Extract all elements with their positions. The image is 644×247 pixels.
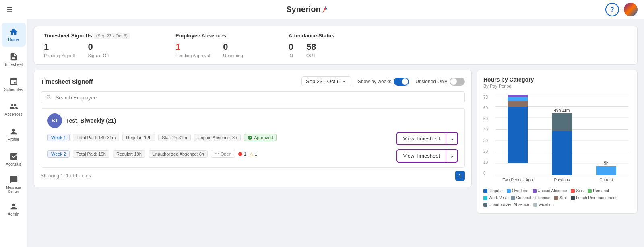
legend-overtime: Overtime (507, 189, 528, 193)
sidebar-item-absences[interactable]: Absences (2, 97, 26, 121)
legend-work-vest: Work Vest (483, 196, 507, 200)
week2-regular: Regular: 19h (113, 150, 145, 158)
employee-absences-metrics: 1 Pending Approval 0 Upcoming (175, 42, 243, 58)
chart-subtitle: By Pay Period (483, 84, 631, 89)
pending-signoff-metric: 1 Pending Signoff (44, 42, 75, 58)
show-by-weeks-label: Show by weeks (358, 79, 391, 84)
legend-dot-commute (511, 196, 515, 200)
absences-icon (9, 102, 18, 111)
show-by-weeks-toggle[interactable] (394, 78, 409, 86)
chart-svg: 66h 33m 49h 31m 9h Two Periods Ago (495, 95, 628, 187)
warning-icon: △ (250, 151, 253, 157)
app-layout: Home Timesheet Schedules Absences Profil… (0, 19, 644, 247)
legend-dot-unpaid (533, 189, 537, 193)
legend-dot-lunch (571, 196, 575, 200)
sidebar-item-admin[interactable]: Admin (2, 197, 26, 221)
bar1-unpaid (508, 95, 528, 97)
toggle-knob (402, 78, 408, 85)
sidebar-label-absences: Absences (5, 112, 23, 117)
out-metric: 58 OUT (306, 42, 316, 58)
svg-text:9h: 9h (604, 161, 608, 165)
search-bar (41, 91, 465, 103)
chart-legend: Regular Overtime Unpaid Absence Sick (483, 189, 631, 207)
timesheet-signoffs-title: Timesheet Signoffs (Sep 23 - Oct 6) (44, 33, 130, 39)
view-timesheet-btn-1[interactable]: View Timesheet (396, 132, 446, 145)
date-range-picker[interactable]: Sep 23 - Oct 6 (301, 76, 351, 86)
home-icon (9, 27, 18, 36)
sidebar-item-profile[interactable]: Profile (2, 122, 26, 146)
top-nav-right: ? (605, 3, 638, 16)
timesheet-signoffs-section: Timesheet Signoffs (Sep 23 - Oct 6) 1 Pe… (44, 33, 130, 58)
legend-lunch-reimbursement: Lunch Reimbursement (571, 196, 617, 200)
employee-header: BT Test, Biweekly (21) (47, 113, 458, 128)
profile-icon (9, 127, 18, 136)
timesheet-signoff-title: Timesheet Signoff (41, 78, 93, 85)
legend-dot-unauthorized (483, 203, 487, 207)
search-icon (46, 94, 52, 101)
app-title-text: Synerion (286, 5, 321, 14)
accruals-icon (9, 152, 18, 161)
hamburger-icon[interactable]: ☰ (6, 5, 13, 14)
chart-panel: Hours by Category By Pay Period 70 60 50… (477, 70, 638, 214)
employee-absences-section: Employee Absences 1 Pending Approval 0 U… (175, 33, 243, 58)
sidebar-label-timesheet: Timesheet (4, 62, 23, 67)
help-button[interactable]: ? (605, 3, 619, 16)
view-timesheet-dropdown-2[interactable]: ⌄ (446, 149, 458, 163)
synerion-logo-icon (322, 6, 332, 13)
svg-text:Previous: Previous (554, 178, 570, 182)
message-center-icon (9, 175, 18, 184)
attendance-status-title: Attendance Status (289, 33, 334, 39)
week2-total-paid: Total Paid: 19h (73, 150, 109, 158)
week1-unpaid: Unpaid Absence: 8h (194, 134, 241, 141)
timesheet-signoff-section: Timesheet Signoff Sep 23 - Oct 6 Show by… (34, 70, 472, 187)
left-content: Timesheet Signoff Sep 23 - Oct 6 Show by… (34, 70, 472, 187)
sidebar-item-schedules[interactable]: Schedules (2, 72, 26, 97)
attendance-status-section: Attendance Status 0 IN 58 OUT (289, 33, 334, 58)
user-avatar[interactable] (624, 3, 638, 16)
svg-marker-0 (322, 6, 327, 13)
sidebar-item-message-center[interactable]: Message Center (2, 172, 26, 196)
sidebar-label-home: Home (8, 37, 19, 42)
sidebar-label-admin: Admin (8, 212, 19, 216)
view-timesheet-dropdown-1[interactable]: ⌄ (446, 132, 458, 145)
sidebar-item-timesheet[interactable]: Timesheet (2, 47, 26, 72)
chevron-down-icon (341, 79, 347, 84)
week1-action: View Timesheet ⌄ (396, 132, 458, 145)
view-timesheet-btn-2[interactable]: View Timesheet (396, 149, 446, 163)
legend-personal: Personal (588, 189, 609, 193)
week2-unauthorized: Unauthorized Absence: 8h (149, 150, 208, 158)
y-axis: 70 60 50 40 30 20 10 0 (483, 95, 488, 175)
legend-vacation: Vacation (533, 202, 554, 207)
employee-name: Test, Biweekly (21) (66, 117, 116, 124)
bar2-regular (552, 131, 572, 175)
show-by-weeks-toggle-group: Show by weeks (358, 78, 409, 86)
week1-stat: Stat: 2h 31m (158, 134, 190, 141)
sidebar-item-accruals[interactable]: Accruals (2, 147, 26, 171)
employee-info: BT Test, Biweekly (21) (47, 113, 116, 128)
employee-absences-title: Employee Absences (175, 33, 243, 39)
legend-dot-work-vest (483, 196, 487, 200)
check-circle-icon (248, 135, 252, 140)
search-input[interactable] (56, 95, 460, 101)
week1-row: Week 1 Total Paid: 14h 31m Regular: 12h … (47, 134, 277, 141)
sidebar-item-home[interactable]: Home (2, 23, 26, 47)
sidebar-label-profile: Profile (8, 137, 19, 142)
unsigned-only-toggle-group: Unsigned Only (415, 78, 465, 86)
bar1-regular (508, 107, 528, 163)
sidebar-label-message-center: Message Center (2, 185, 26, 193)
legend-regular: Regular (483, 189, 503, 193)
page-number[interactable]: 1 (455, 171, 465, 181)
week2-row: Week 2 Total Paid: 19h Regular: 19h Unau… (47, 150, 257, 158)
top-nav: ☰ Synerion ? (0, 0, 644, 19)
unsigned-only-toggle[interactable] (450, 78, 465, 86)
week1-regular: Regular: 12h (122, 134, 155, 141)
legend-dot-personal (588, 189, 592, 193)
legend-stat: Stat (554, 196, 567, 200)
week2-warnings: △ 1 (250, 151, 257, 157)
timesheet-signoff-header: Timesheet Signoff Sep 23 - Oct 6 Show by… (41, 76, 465, 86)
svg-text:49h 31m: 49h 31m (554, 108, 570, 113)
showing-row: Showing 1–1 of 1 items 1 (41, 171, 465, 181)
schedules-icon (9, 77, 18, 86)
legend-sick: Sick (571, 189, 584, 193)
week2-tag: Week 2 (47, 150, 70, 158)
